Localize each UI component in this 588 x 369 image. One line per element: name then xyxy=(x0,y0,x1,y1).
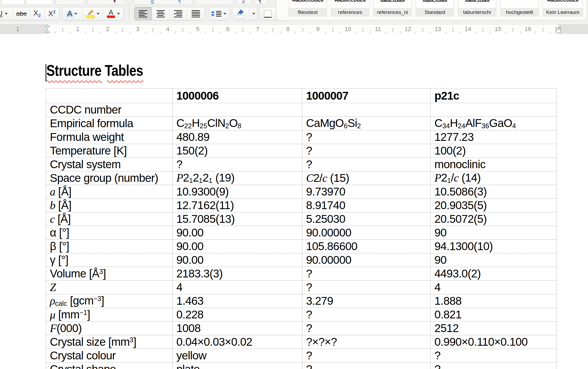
cell[interactable]: 1.888 xyxy=(431,294,556,308)
cell[interactable] xyxy=(173,103,302,117)
cell[interactable]: 10.9300(9) xyxy=(173,185,302,199)
indent-marker[interactable] xyxy=(45,25,51,33)
cell[interactable]: 1008 xyxy=(173,322,302,335)
cell[interactable]: 20.5072(5) xyxy=(431,212,556,226)
cell[interactable]: 150(2) xyxy=(173,144,302,158)
row-label[interactable]: μ [mm−1] xyxy=(46,308,173,322)
cell[interactable]: 90.00 xyxy=(173,226,302,240)
cell[interactable]: 94.1300(10) xyxy=(431,240,556,253)
row-label[interactable]: Empirical formula xyxy=(46,117,173,130)
shading-dropdown[interactable] xyxy=(249,7,257,20)
cell[interactable]: P212121 (19) xyxy=(173,171,302,185)
cell[interactable]: CaMgO6Si2 xyxy=(302,117,431,130)
style-references[interactable]: AaBbCcDdEe references xyxy=(331,0,369,16)
row-label[interactable]: c [Å] xyxy=(46,212,173,226)
cell[interactable]: 3.279 xyxy=(302,294,431,308)
cell[interactable]: 15.7085(13) xyxy=(173,212,302,226)
cell[interactable]: ? xyxy=(302,267,431,281)
cell[interactable]: ? xyxy=(431,363,556,369)
cell[interactable]: 90 xyxy=(431,226,556,240)
row-label[interactable]: α [°] xyxy=(46,226,173,240)
row-label[interactable]: ρcalc [gcm−3] xyxy=(46,294,173,308)
cell[interactable]: 4493.0(2) xyxy=(431,267,556,281)
cell[interactable]: 5.25030 xyxy=(302,212,431,226)
cell[interactable]: 90.00 xyxy=(173,240,302,253)
cell[interactable]: 12.7162(11) xyxy=(173,199,302,212)
style-fliesstext[interactable]: AaBbCcDdEe fliesstext xyxy=(289,0,327,16)
header-p21c[interactable]: p21c xyxy=(431,89,556,103)
text-effects-button[interactable]: A xyxy=(62,7,83,20)
cell[interactable]: 90.00 xyxy=(173,253,302,267)
cell[interactable]: 0.228 xyxy=(173,308,302,322)
cell[interactable]: C2/c (15) xyxy=(302,171,431,185)
subscript-button[interactable]: X2 xyxy=(30,7,44,20)
indent-buttons-group[interactable] xyxy=(196,0,234,5)
row-label[interactable]: Space group (number) xyxy=(46,171,173,185)
cell[interactable]: yellow xyxy=(173,349,302,363)
cell[interactable]: ? xyxy=(431,349,556,363)
borders-button[interactable] xyxy=(260,7,276,20)
row-label[interactable]: b [Å] xyxy=(46,199,173,212)
row-label[interactable]: Crystal colour xyxy=(46,349,173,363)
row-label[interactable]: a [Å] xyxy=(46,185,173,199)
cell[interactable]: ? xyxy=(302,130,431,144)
style-hochgestellt[interactable]: AaBbCcDdEe hochgestellt xyxy=(500,0,539,16)
cell[interactable]: 105.86600 xyxy=(302,240,431,253)
underline-button[interactable]: U xyxy=(0,7,14,20)
cell[interactable]: 0.04×0.03×0.02 xyxy=(173,335,302,349)
row-label[interactable]: F(000) xyxy=(46,322,173,335)
cell[interactable]: 480.89 xyxy=(173,130,302,144)
font-color-button[interactable]: A xyxy=(103,7,124,20)
cell[interactable]: 9.73970 xyxy=(302,185,431,199)
cell[interactable]: 4 xyxy=(431,281,556,294)
cell[interactable] xyxy=(431,103,556,117)
cell[interactable]: 1277.23 xyxy=(431,130,556,144)
row-label[interactable]: Volume [Å3] xyxy=(46,267,173,281)
cell[interactable]: 10.5086(3) xyxy=(431,185,556,199)
row-label[interactable]: Temperature [K] xyxy=(46,144,173,158)
cell[interactable]: ?×?×? xyxy=(302,335,431,349)
row-label[interactable]: Crystal shape xyxy=(46,363,173,369)
strikethrough-button[interactable]: abe xyxy=(14,7,30,20)
cell[interactable]: 100(2) xyxy=(431,144,556,158)
font-grow-shrink-group[interactable] xyxy=(55,0,84,5)
cell[interactable]: 90.00000 xyxy=(302,226,431,240)
cell[interactable]: ? xyxy=(302,281,431,294)
row-label[interactable]: Crystal size [mm3] xyxy=(46,335,173,349)
clear-format-group[interactable]: ▾ xyxy=(87,0,125,5)
superscript-button[interactable]: X2 xyxy=(45,7,59,20)
cell[interactable]: 8.91740 xyxy=(302,199,431,212)
header-1000007[interactable]: 1000007 xyxy=(302,89,431,103)
cell[interactable]: P21/c (14) xyxy=(431,171,556,185)
cell[interactable]: 90 xyxy=(431,253,556,267)
cell[interactable]: ? xyxy=(302,322,431,335)
line-spacing-button[interactable] xyxy=(209,7,228,20)
cell[interactable]: ? xyxy=(302,363,431,369)
shading-button[interactable] xyxy=(232,7,249,20)
style-tabunterschr[interactable]: AaBbCcDdEe tabunterschr xyxy=(458,0,496,16)
align-center-button[interactable] xyxy=(152,7,170,20)
document-page[interactable]: Structure Tables 1000006 1000007 p21c CC… xyxy=(0,34,588,369)
style-references-ni[interactable]: AaBbCcDdEe references_ni xyxy=(373,0,412,16)
show-paragraph-marks-button[interactable]: ¶ xyxy=(254,0,268,5)
cell[interactable] xyxy=(302,103,431,117)
header-1000006[interactable]: 1000006 xyxy=(173,89,302,103)
list-buttons-group[interactable]: g ¶ xyxy=(134,0,193,5)
right-indent-marker[interactable] xyxy=(556,27,561,33)
cell[interactable]: ? xyxy=(302,144,431,158)
row-label[interactable]: CCDC number xyxy=(46,103,173,117)
cell[interactable]: monoclinic xyxy=(431,158,556,171)
cell[interactable]: 20.9035(5) xyxy=(431,199,556,212)
cell[interactable]: 0.990×0.110×0.100 xyxy=(431,335,556,349)
cell[interactable]: plate xyxy=(173,363,302,369)
row-label[interactable]: Formula weight xyxy=(46,130,173,144)
sort-button[interactable]: 2 xyxy=(236,0,252,5)
cell[interactable]: 1.463 xyxy=(173,294,302,308)
style-kein-leerraum[interactable]: AaBbCcDdEe Kein Leerraum xyxy=(543,0,583,16)
row-label[interactable]: Crystal system xyxy=(46,158,173,171)
header-empty[interactable] xyxy=(46,89,173,103)
cell[interactable]: 4 xyxy=(173,281,302,294)
horizontal-ruler[interactable]: 1 1 2 3 4 5 6 7 8 9 10 11 12 13 14 15 16… xyxy=(0,24,588,34)
cell[interactable]: 2512 xyxy=(431,322,556,335)
cell[interactable]: C22H25ClN2O8 xyxy=(173,117,302,130)
